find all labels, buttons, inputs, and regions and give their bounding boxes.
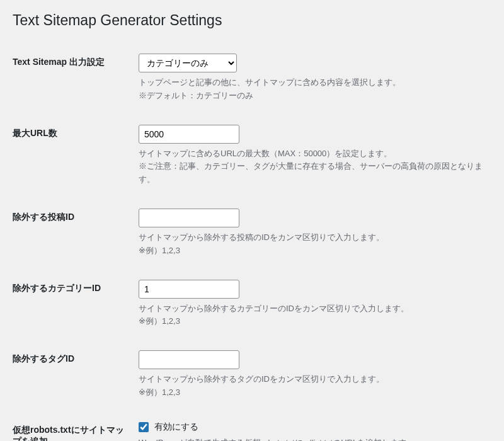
page-title: Text Sitemap Generator Settings bbox=[13, 6, 491, 32]
robots-checkbox-wrapper[interactable]: 有効にする bbox=[139, 422, 198, 432]
exclude-post-input[interactable] bbox=[139, 209, 239, 227]
exclude-cat-desc1: サイトマップから除外するカテゴリーのIDをカンマ区切りで入力します。 bbox=[139, 304, 409, 313]
exclude-tag-label: 除外するタグID bbox=[13, 341, 139, 412]
robots-desc1: WordPressが自動で生成する仮想robots.txtにurllist.tx… bbox=[139, 438, 415, 441]
max-url-desc2: ※ご注意：記事、カテゴリー、タグが大量に存在する場合、サーバーの高負荷の原因とな… bbox=[139, 161, 483, 184]
robots-checkbox-label: 有効にする bbox=[154, 421, 198, 432]
exclude-post-desc2: ※例）1,2,3 bbox=[139, 246, 180, 255]
max-url-label: 最大URL数 bbox=[13, 115, 139, 199]
robots-checkbox[interactable] bbox=[139, 422, 149, 432]
output-desc1: トップページと記事の他に、サイトマップに含める内容を選択します。 bbox=[139, 77, 401, 87]
exclude-cat-input[interactable] bbox=[139, 280, 239, 299]
output-select[interactable]: カテゴリーのみ bbox=[139, 54, 237, 72]
output-label: Text Sitemap 出力設定 bbox=[13, 44, 139, 115]
exclude-tag-desc1: サイトマップから除外するタグのIDをカンマ区切りで入力します。 bbox=[139, 374, 384, 384]
settings-form-table: Text Sitemap 出力設定 カテゴリーのみ トップページと記事の他に、サ… bbox=[13, 44, 491, 441]
exclude-tag-desc2: ※例）1,2,3 bbox=[139, 387, 180, 397]
exclude-cat-label: 除外するカテゴリーID bbox=[13, 270, 139, 341]
max-url-input[interactable] bbox=[139, 125, 239, 144]
exclude-post-desc1: サイトマップから除外する投稿のIDをカンマ区切りで入力します。 bbox=[139, 232, 384, 242]
robots-label: 仮想robots.txtにサイトマップを追加 bbox=[13, 412, 139, 441]
max-url-desc1: サイトマップに含めるURLの最大数（MAX：50000）を設定します。 bbox=[139, 149, 392, 158]
exclude-post-label: 除外する投稿ID bbox=[13, 199, 139, 270]
exclude-cat-desc2: ※例）1,2,3 bbox=[139, 316, 180, 326]
exclude-tag-input[interactable] bbox=[139, 350, 239, 369]
output-desc2: ※デフォルト：カテゴリーのみ bbox=[139, 91, 253, 100]
